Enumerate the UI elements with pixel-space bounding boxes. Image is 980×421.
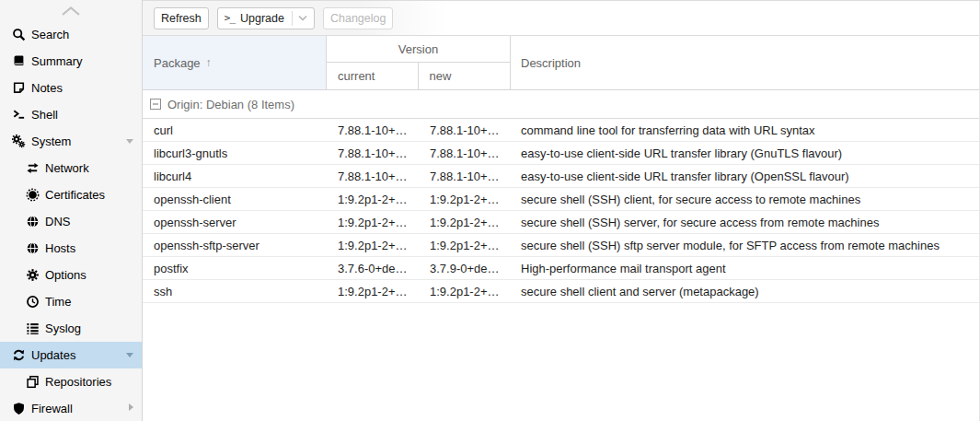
sidebar-item-certificates[interactable]: Certificates: [0, 181, 142, 208]
group-header-label: Origin: Debian (8 Items): [167, 98, 294, 111]
sidebar-item-label: Firewall: [31, 402, 73, 415]
sidebar-item-summary[interactable]: Summary: [0, 48, 142, 75]
group-header-row[interactable]: Origin: Debian (8 Items): [143, 90, 979, 119]
cell-package: openssh-sftp-server: [143, 239, 327, 252]
sidebar-item-shell[interactable]: Shell: [0, 101, 142, 128]
sidebar-item-firewall[interactable]: Firewall: [0, 395, 142, 421]
sidebar-item-syslog[interactable]: Syslog: [0, 315, 142, 342]
sidebar-item-label: Syslog: [45, 322, 81, 335]
globe-icon: [26, 241, 40, 255]
sidebar-item-hosts[interactable]: Hosts: [0, 235, 142, 262]
expand-arrow-icon[interactable]: [129, 403, 133, 411]
upgrade-button[interactable]: >_ Upgrade: [217, 7, 315, 29]
terminal-icon: [12, 108, 26, 122]
cell-package: openssh-server: [143, 216, 327, 229]
cell-package: libcurl4: [143, 170, 327, 183]
sidebar-item-updates[interactable]: Updates: [0, 342, 142, 368]
column-header-current[interactable]: current: [327, 63, 419, 89]
table-row[interactable]: libcurl4 7.88.1-10+… 7.88.1-10+… easy-to…: [143, 165, 979, 188]
sidebar-item-label: DNS: [45, 215, 70, 228]
split-divider: [292, 11, 293, 26]
cell-new-version: 1:9.2p1-2+…: [419, 216, 511, 229]
column-header-new[interactable]: new: [419, 63, 511, 89]
cell-new-version: 7.88.1-10+…: [419, 146, 511, 160]
updates-panel: Refresh >_ Upgrade Changelog Package ↑ V…: [143, 0, 980, 421]
cogs-icon: [12, 134, 26, 148]
cell-current-version: 1:9.2p1-2+…: [327, 216, 419, 229]
globe-icon: [26, 215, 40, 228]
sidebar-item-options[interactable]: Options: [0, 262, 142, 288]
search-icon: [12, 28, 26, 41]
column-group-version: Version current new: [327, 36, 511, 89]
cell-package: curl: [143, 123, 327, 137]
column-header-description[interactable]: Description: [511, 36, 979, 89]
cell-description: secure shell (SSH) client, for secure ac…: [511, 193, 979, 206]
sidebar-item-label: Updates: [31, 348, 75, 362]
copy-icon: [26, 375, 40, 389]
upgrade-button-label: Upgrade: [240, 12, 284, 25]
cell-current-version: 7.88.1-10+…: [327, 123, 419, 137]
table-row[interactable]: ssh 1:9.2p1-2+… 1:9.2p1-2+… secure shell…: [143, 280, 979, 303]
clock-icon: [26, 295, 40, 309]
sidebar: Search Summary Notes Shell: [0, 0, 143, 421]
proxmox-node-panel: Search Summary Notes Shell: [0, 0, 980, 421]
cell-current-version: 7.88.1-10+…: [327, 170, 419, 183]
sidebar-item-label: Options: [45, 268, 86, 282]
table-row[interactable]: libcurl3-gnutls 7.88.1-10+… 7.88.1-10+… …: [143, 142, 979, 165]
cell-new-version: 1:9.2p1-2+…: [419, 239, 511, 252]
sidebar-item-system[interactable]: System: [0, 128, 142, 155]
column-header-label: Package: [154, 56, 201, 70]
shield-icon: [12, 402, 26, 415]
sort-ascending-icon: ↑: [206, 56, 212, 69]
table-row[interactable]: openssh-server 1:9.2p1-2+… 1:9.2p1-2+… s…: [143, 211, 979, 234]
sidebar-item-repositories[interactable]: Repositories: [0, 368, 142, 395]
table-row[interactable]: postfix 3.7.6-0+de… 3.7.9-0+de… High-per…: [143, 257, 979, 280]
collapse-arrow-icon[interactable]: [126, 139, 133, 144]
sidebar-item-time[interactable]: Time: [0, 288, 142, 315]
cell-new-version: 7.88.1-10+…: [419, 123, 511, 137]
sidebar-item-search[interactable]: Search: [0, 21, 142, 48]
cell-new-version: 3.7.9-0+de…: [419, 262, 511, 275]
sidebar-item-label: Network: [45, 161, 89, 175]
collapse-arrow-icon[interactable]: [126, 353, 133, 357]
column-header-version[interactable]: Version: [327, 36, 510, 63]
note-icon: [12, 81, 26, 95]
cell-new-version: 1:9.2p1-2+…: [419, 285, 511, 298]
cell-description: secure shell client and server (metapack…: [511, 285, 979, 298]
sidebar-item-network[interactable]: Network: [0, 155, 142, 181]
column-header-package[interactable]: Package ↑: [143, 36, 327, 89]
book-icon: [12, 54, 26, 68]
chevron-down-icon[interactable]: [298, 15, 307, 22]
certificate-seal-icon: [26, 188, 40, 202]
sidebar-item-label: System: [31, 134, 71, 148]
cell-new-version: 7.88.1-10+…: [419, 170, 511, 183]
cell-description: easy-to-use client-side URL transfer lib…: [511, 170, 979, 183]
cell-new-version: 1:9.2p1-2+…: [419, 193, 511, 206]
collapse-group-icon[interactable]: [150, 99, 167, 110]
cell-description: secure shell (SSH) sftp server module, f…: [511, 239, 979, 252]
cell-package: postfix: [143, 262, 327, 275]
refresh-button[interactable]: Refresh: [154, 7, 209, 29]
cell-package: ssh: [143, 285, 327, 298]
exchange-arrows-icon: [26, 161, 40, 175]
sidebar-item-label: Certificates: [45, 188, 105, 202]
cell-description: secure shell (SSH) server, for secure ac…: [511, 216, 979, 229]
table-row[interactable]: curl 7.88.1-10+… 7.88.1-10+… command lin…: [143, 119, 979, 142]
cell-package: libcurl3-gnutls: [143, 146, 327, 160]
list-icon: [26, 322, 40, 335]
table-header: Package ↑ Version current new Descriptio…: [143, 35, 979, 90]
sidebar-item-dns[interactable]: DNS: [0, 208, 142, 235]
scroll-up-indicator[interactable]: [0, 0, 142, 21]
sidebar-item-label: Summary: [31, 54, 83, 68]
sidebar-item-notes[interactable]: Notes: [0, 75, 142, 101]
changelog-button[interactable]: Changelog: [323, 7, 393, 29]
table-row[interactable]: openssh-client 1:9.2p1-2+… 1:9.2p1-2+… s…: [143, 188, 979, 211]
gear-icon: [26, 268, 40, 282]
table-row[interactable]: openssh-sftp-server 1:9.2p1-2+… 1:9.2p1-…: [143, 234, 979, 257]
sidebar-item-label: Shell: [31, 108, 58, 122]
cell-current-version: 1:9.2p1-2+…: [327, 193, 419, 206]
cell-description: easy-to-use client-side URL transfer lib…: [511, 146, 979, 160]
cell-current-version: 3.7.6-0+de…: [327, 262, 419, 275]
sidebar-item-label: Notes: [31, 81, 63, 95]
cell-current-version: 1:9.2p1-2+…: [327, 239, 419, 252]
